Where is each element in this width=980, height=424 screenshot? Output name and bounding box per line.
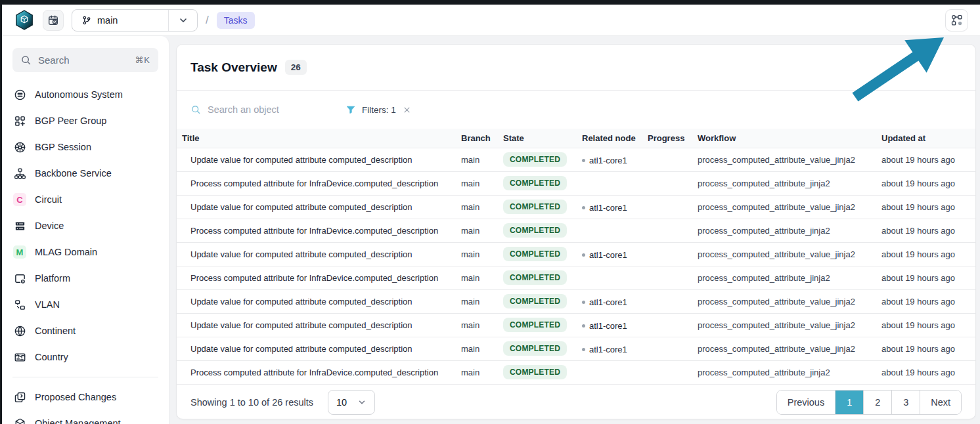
schema-icon <box>950 14 964 27</box>
sidebar-item-label: Proposed Changes <box>35 392 116 402</box>
previous-page-button[interactable]: Previous <box>777 391 835 414</box>
sidebar-item[interactable]: Object Management <box>2 410 169 424</box>
status-badge: COMPLETED <box>503 223 567 238</box>
node-dot <box>582 348 585 351</box>
branch-selector[interactable]: main <box>72 9 198 32</box>
related-node-cell <box>577 171 642 195</box>
sidebar-item-label: VLAN <box>35 299 60 310</box>
related-node-cell <box>577 360 642 384</box>
related-node-link[interactable]: atl1-core1 <box>589 297 627 307</box>
page-number-button[interactable]: 1 <box>835 391 863 414</box>
table-footer: Showing 1 to 10 of 26 results 10 Previou… <box>177 384 975 419</box>
branch-cell: main <box>456 360 498 384</box>
state-cell: COMPLETED <box>498 195 577 219</box>
progress-cell <box>642 171 692 195</box>
related-node-cell: atl1-core1 <box>577 289 642 313</box>
sidebar-item[interactable]: C Circuit <box>2 186 169 213</box>
task-title-cell: Update value for computed attribute comp… <box>177 148 456 171</box>
branch-cell: main <box>456 266 498 289</box>
sidebar-item[interactable]: Continent <box>2 318 169 344</box>
column-header: Title <box>177 129 456 148</box>
progress-cell <box>642 337 692 360</box>
workflow-cell: process_computed_attribute_value_jinja2 <box>692 242 876 266</box>
calendar-clock-icon <box>47 14 59 26</box>
state-cell: COMPLETED <box>498 337 577 360</box>
sidebar-search-input[interactable]: Search ⌘K <box>12 48 158 72</box>
sidebar-item[interactable]: BGP Session <box>2 134 169 160</box>
funnel-icon[interactable] <box>345 104 356 115</box>
table-row[interactable]: Update value for computed attribute comp… <box>177 195 975 219</box>
related-node-link[interactable]: atl1-core1 <box>589 250 627 260</box>
sidebar-item-label: MLAG Domain <box>35 247 97 257</box>
pagination: Previous 123 Next <box>776 390 962 415</box>
state-cell: COMPLETED <box>498 171 577 195</box>
table-row[interactable]: Update value for computed attribute comp… <box>177 242 975 266</box>
chevron-down-icon <box>357 398 367 407</box>
task-title-cell: Process computed attribute for InfraDevi… <box>177 266 456 289</box>
sidebar-item-label: Circuit <box>35 194 62 205</box>
platform-icon <box>13 272 26 285</box>
branch-selector-value[interactable]: main <box>72 15 168 26</box>
state-cell: COMPLETED <box>498 289 577 313</box>
sidebar-search-placeholder: Search <box>38 54 128 66</box>
breadcrumb-tasks[interactable]: Tasks <box>217 12 255 29</box>
branch-cell: main <box>456 219 498 242</box>
calendar-clock-button[interactable] <box>43 10 64 31</box>
branch-selector-toggle[interactable] <box>168 10 197 31</box>
page-size-value: 10 <box>336 397 347 408</box>
table-row[interactable]: Process computed attribute for InfraDevi… <box>177 171 975 195</box>
app-logo-icon[interactable] <box>14 9 35 32</box>
node-dot <box>582 159 585 162</box>
table-row[interactable]: Update value for computed attribute comp… <box>177 289 975 313</box>
table-row[interactable]: Process computed attribute for InfraDevi… <box>177 219 975 242</box>
page-number-button[interactable]: 3 <box>891 391 920 414</box>
object-search-input[interactable]: Search an object <box>190 104 330 115</box>
sidebar-item[interactable]: BGP Peer Group <box>2 108 169 134</box>
column-header: State <box>498 129 577 148</box>
sidebar-item[interactable]: Proposed Changes <box>2 384 169 410</box>
updated-at-cell: about 19 hours ago <box>876 195 975 219</box>
sidebar-item[interactable]: M MLAG Domain <box>2 239 169 265</box>
branch-cell: main <box>456 195 498 219</box>
branch-name: main <box>97 15 118 26</box>
workflow-cell: process_computed_attribute_jinja2 <box>692 219 876 242</box>
status-badge: COMPLETED <box>503 152 567 167</box>
table-row[interactable]: Update value for computed attribute comp… <box>177 148 975 171</box>
filters-count-label[interactable]: Filters: 1 <box>362 105 396 115</box>
sidebar-item[interactable]: Device <box>2 213 169 239</box>
sidebar-item[interactable]: Country <box>2 344 169 370</box>
updated-at-cell: about 19 hours ago <box>876 313 975 337</box>
column-header: Updated at <box>876 129 975 148</box>
filter-bar: Search an object Filters: 1 <box>177 91 975 129</box>
related-node-link[interactable]: atl1-core1 <box>589 156 627 165</box>
table-row[interactable]: Process computed attribute for InfraDevi… <box>177 266 975 289</box>
workflow-cell: process_computed_attribute_value_jinja2 <box>692 289 876 313</box>
sidebar-item-label: Continent <box>35 326 76 336</box>
related-node-cell: atl1-core1 <box>577 195 642 219</box>
schema-button[interactable] <box>945 9 968 32</box>
sidebar-item[interactable]: Platform <box>2 265 169 291</box>
table-row[interactable]: Process computed attribute for InfraDevi… <box>177 360 975 384</box>
breadcrumb-separator: / <box>206 14 209 27</box>
sidebar-item-label: Country <box>35 352 68 362</box>
node-dot <box>582 253 585 257</box>
progress-cell <box>642 266 692 289</box>
sidebar-item[interactable]: Autonomous System <box>2 81 169 108</box>
sidebar-item[interactable]: VLAN <box>2 291 169 318</box>
next-page-button[interactable]: Next <box>920 391 961 414</box>
node-dot <box>582 206 585 209</box>
table-row[interactable]: Update value for computed attribute comp… <box>177 337 975 360</box>
page-size-select[interactable]: 10 <box>328 390 375 415</box>
table-row[interactable]: Update value for computed attribute comp… <box>177 313 975 337</box>
related-node-link[interactable]: atl1-core1 <box>589 345 627 354</box>
page-number-button[interactable]: 2 <box>863 391 891 414</box>
related-node-link[interactable]: atl1-core1 <box>589 203 627 213</box>
backbone-service-icon <box>13 167 26 180</box>
progress-cell <box>642 242 692 266</box>
clear-filters-button[interactable] <box>402 105 412 115</box>
task-title-cell: Process computed attribute for InfraDevi… <box>177 360 456 384</box>
sidebar-item-label: BGP Session <box>35 142 91 152</box>
related-node-link[interactable]: atl1-core1 <box>589 321 627 331</box>
close-icon <box>402 105 412 115</box>
sidebar-item[interactable]: Backbone Service <box>2 160 169 186</box>
